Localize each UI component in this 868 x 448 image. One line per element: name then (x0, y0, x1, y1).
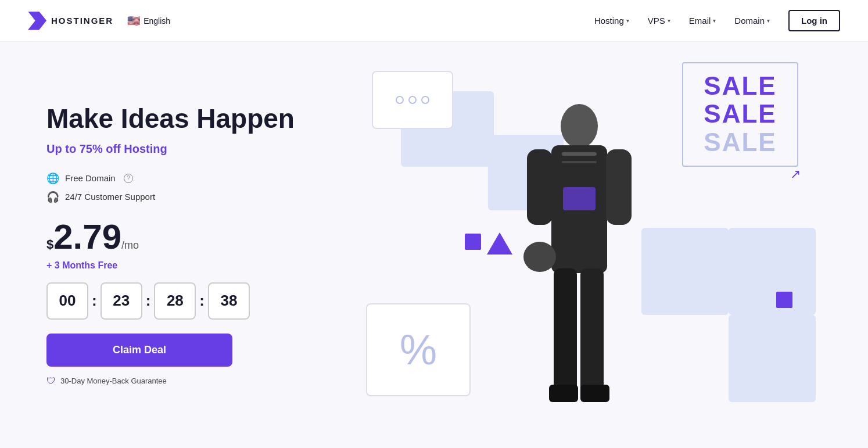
question-mark-icon[interactable]: ? (124, 174, 133, 183)
chevron-down-icon: ▾ (668, 17, 670, 24)
chevron-down-icon: ▾ (767, 17, 770, 24)
feature-free-domain: 🌐 Free Domain ? (46, 172, 325, 185)
guarantee-line: 🛡 30-Day Money-Back Guarantee (46, 376, 325, 386)
globe-icon: 🌐 (46, 172, 59, 185)
svg-rect-11 (563, 187, 596, 210)
browser-dot-1 (396, 96, 404, 104)
countdown-timer: 00 : 23 : 28 : 38 (46, 282, 325, 320)
feature-domain-label: Free Domain (65, 173, 116, 183)
nav-right: Hosting ▾ VPS ▾ Email ▾ Domain ▾ Log in (594, 10, 840, 31)
person-svg (510, 94, 649, 431)
nav-left: HOSTINGER 🇺🇸 English (28, 12, 170, 30)
svg-rect-10 (562, 161, 597, 163)
features-list: 🌐 Free Domain ? 🎧 24/7 Customer Support (46, 172, 325, 203)
flag-icon: 🇺🇸 (127, 15, 140, 27)
timer-sep-3: : (198, 292, 206, 310)
svg-rect-4 (554, 268, 577, 396)
sale-text-1: SALE (704, 72, 776, 100)
browser-mockup-box (372, 71, 453, 129)
timer-minutes: 23 (101, 282, 142, 320)
subheadline-suffix: off Hosting (103, 142, 167, 155)
chevron-down-icon: ▾ (713, 17, 716, 24)
hero-visual: % SALE SALE SALE ↗ (349, 59, 822, 431)
nav-item-hosting[interactable]: Hosting ▾ (594, 16, 629, 26)
svg-rect-2 (527, 149, 553, 225)
svg-rect-8 (580, 385, 609, 402)
navbar: HOSTINGER 🇺🇸 English Hosting ▾ VPS ▾ Ema… (0, 0, 868, 42)
hero-left: Make Ideas Happen Up to 75% off Hosting … (46, 103, 325, 386)
chevron-down-icon: ▾ (626, 17, 629, 24)
price-block: $ 2.79 /mo (46, 220, 325, 255)
logo-icon (28, 12, 46, 30)
svg-rect-9 (562, 152, 597, 156)
sale-text-2: SALE (704, 100, 776, 128)
language-label: English (144, 16, 170, 26)
nav-hosting-label: Hosting (594, 16, 624, 26)
deco-square-4 (729, 315, 816, 402)
shield-icon: 🛡 (46, 376, 56, 386)
timer-sep-1: : (91, 292, 98, 310)
headset-icon: 🎧 (46, 191, 59, 203)
deco-square-3 (729, 228, 816, 315)
subheadline-prefix: Up to (46, 142, 80, 155)
login-button[interactable]: Log in (788, 10, 840, 31)
hero-subheadline: Up to 75% off Hosting (46, 142, 325, 156)
price-suffix: /mo (121, 239, 139, 252)
cursor-icon: ↗ (790, 167, 801, 182)
svg-point-6 (523, 242, 556, 272)
subheadline-highlight: 75% (80, 142, 103, 155)
price-main: 2.79 (53, 220, 121, 255)
language-selector[interactable]: 🇺🇸 English (127, 15, 170, 27)
percent-symbol: % (400, 326, 437, 374)
svg-rect-5 (580, 268, 604, 396)
svg-rect-7 (549, 385, 578, 402)
hero-section: Make Ideas Happen Up to 75% off Hosting … (0, 42, 868, 448)
nav-item-email[interactable]: Email ▾ (689, 16, 716, 26)
nav-item-vps[interactable]: VPS ▾ (648, 16, 670, 26)
hero-person-image (453, 59, 705, 431)
nav-vps-label: VPS (648, 16, 665, 26)
hero-headline: Make Ideas Happen (46, 103, 325, 134)
deco-accent-square-2 (776, 292, 792, 308)
nav-item-domain[interactable]: Domain ▾ (734, 16, 770, 26)
months-free: + 3 Months Free (46, 260, 325, 271)
browser-dot-3 (421, 96, 429, 104)
sale-text-3: SALE (704, 128, 776, 156)
nav-domain-label: Domain (734, 16, 765, 26)
guarantee-label: 30-Day Money-Back Guarantee (60, 377, 167, 385)
browser-dot-2 (408, 96, 417, 104)
timer-hours: 00 (46, 282, 88, 320)
price-line: $ 2.79 /mo (46, 220, 325, 255)
feature-support-label: 24/7 Customer Support (65, 192, 155, 202)
timer-centiseconds: 38 (208, 282, 250, 320)
svg-rect-3 (606, 149, 632, 225)
timer-sep-2: : (145, 292, 152, 310)
logo[interactable]: HOSTINGER (28, 12, 113, 30)
nav-email-label: Email (689, 16, 711, 26)
timer-seconds: 28 (154, 282, 196, 320)
feature-support: 🎧 24/7 Customer Support (46, 191, 325, 203)
price-currency: $ (46, 237, 53, 252)
svg-point-0 (561, 104, 598, 148)
logo-text: HOSTINGER (51, 16, 113, 26)
claim-deal-button[interactable]: Claim Deal (46, 334, 232, 367)
